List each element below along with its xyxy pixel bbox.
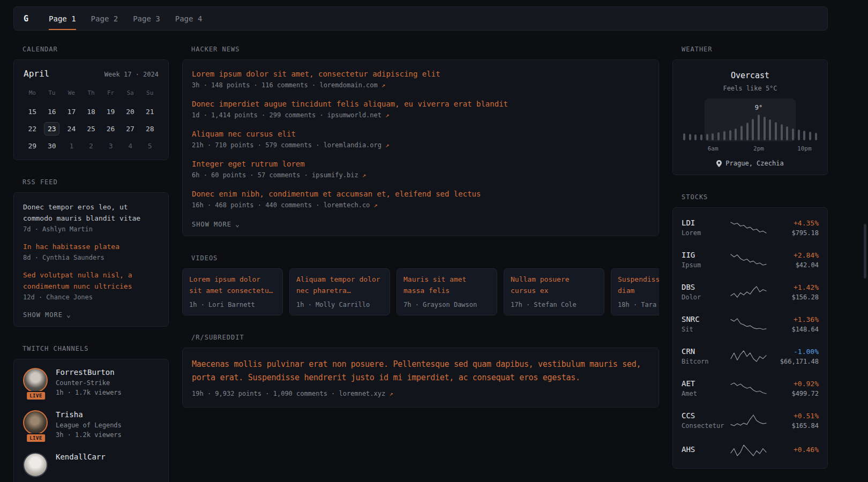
- rss-show-more-button[interactable]: SHOW MORE ⌄: [23, 311, 71, 319]
- weather: Overcast Feels like 5°C 9° 6am 2pm 10pm: [672, 59, 828, 175]
- external-link-icon: ↗: [389, 390, 393, 397]
- video-card: Nullam posuere cursus ex 17h · Stefan Co…: [504, 268, 604, 315]
- twitch-channel-row[interactable]: LIVE ForrestBurton Counter-Strike 1h · 1…: [23, 368, 159, 396]
- stock-row[interactable]: AET Amet +0.92% $499.72: [682, 372, 819, 404]
- stock-name: Amet: [682, 390, 729, 397]
- reddit-post-title[interactable]: Maecenas mollis pulvinar erat non posuer…: [192, 358, 649, 385]
- hn-item-title[interactable]: Donec enim nibh, condimentum et accumsan…: [192, 189, 649, 200]
- stock-row[interactable]: IIG Ipsum +2.84% $42.04: [682, 244, 819, 276]
- hn-item-title[interactable]: Aliquam nec cursus elit: [192, 129, 649, 140]
- show-more-label: SHOW MORE: [192, 221, 231, 228]
- external-link-icon: ↗: [385, 111, 389, 119]
- calendar-day: 5: [140, 137, 160, 154]
- stock-row[interactable]: CRN Bitcorn -1.00% $66,171.48: [682, 340, 819, 372]
- stock-price: $795.18: [768, 229, 819, 237]
- video-title[interactable]: Nullam posuere cursus ex: [511, 274, 597, 297]
- stock-ticker: AHS: [682, 445, 729, 454]
- show-more-label: SHOW MORE: [23, 311, 63, 319]
- stock-row[interactable]: AHS +0.46%: [682, 436, 819, 464]
- stocks-section-title: STOCKS: [682, 193, 828, 201]
- channel-meta: 3h · 1.2k viewers: [56, 431, 122, 439]
- hn-item-title[interactable]: Donec imperdiet augue tincidunt felis al…: [192, 99, 649, 110]
- weather-bar: [764, 117, 766, 140]
- twitch-widget: TWITCH CHANNELS LIVE ForrestBurton Count…: [13, 345, 169, 482]
- stock-row[interactable]: DBS Dolor +1.42% $156.28: [682, 276, 819, 308]
- video-title[interactable]: Suspendisse diam: [618, 274, 659, 297]
- stock-name: Consectetur: [682, 422, 729, 430]
- weather-condition: Overcast: [682, 71, 819, 80]
- weather-bar: [798, 130, 800, 140]
- tab-page-1[interactable]: Page 1: [49, 7, 76, 30]
- calendar-day: 15: [23, 103, 42, 120]
- twitch-channels: LIVE ForrestBurton Counter-Strike 1h · 1…: [13, 359, 169, 482]
- stock-row[interactable]: LDI Lorem +4.35% $795.18: [682, 212, 819, 244]
- hn-show-more-button[interactable]: SHOW MORE ⌄: [192, 221, 240, 228]
- weather-bar: [803, 131, 805, 140]
- weather-bar: [723, 131, 725, 140]
- rss-item-title[interactable]: In hac habitasse platea: [23, 241, 159, 252]
- video-meta: 17h · Stefan Cole: [511, 301, 597, 308]
- live-badge: LIVE: [26, 433, 46, 443]
- reddit-post-meta: 19h · 9,932 points · 1,090 comments · lo…: [192, 390, 649, 397]
- calendar-day: 26: [101, 120, 121, 137]
- avatar: [23, 368, 48, 393]
- hn-meta-text: 6h · 60 points · 57 comments · ipsumify.…: [192, 171, 358, 179]
- weather-bar: [792, 129, 794, 140]
- weather-time-axis: 6am 2pm 10pm: [682, 145, 819, 153]
- scrollbar[interactable]: [864, 224, 866, 278]
- stock-row[interactable]: CCS Consectetur +0.51% $165.84: [682, 404, 819, 436]
- hackernews-list: Lorem ipsum dolor sit amet, consectetur …: [182, 59, 659, 236]
- video-title[interactable]: Aliquam tempor dolor nec pharetra…: [296, 274, 383, 297]
- stock-sparkline: [729, 413, 768, 427]
- hn-item-title[interactable]: Integer eget rutrum lorem: [192, 159, 649, 170]
- tab-page-4[interactable]: Page 4: [175, 7, 203, 30]
- weather-bar: [700, 134, 702, 140]
- rss-item-meta: 8d · Cynthia Saunders: [23, 254, 159, 261]
- channel-name: Trisha: [56, 410, 122, 419]
- stock-name: Ipsum: [682, 261, 729, 269]
- stock-sparkline: [729, 349, 768, 363]
- chevron-down-icon: ⌄: [235, 222, 240, 227]
- stock-change: -1.00%: [768, 348, 819, 356]
- tab-page-3[interactable]: Page 3: [133, 7, 160, 30]
- twitch-channel-row[interactable]: LIVE Trisha League of Legends 3h · 1.2k …: [23, 410, 159, 439]
- stock-ticker: CRN: [682, 347, 729, 356]
- hn-item-title[interactable]: Lorem ipsum dolor sit amet, consectetur …: [192, 69, 649, 80]
- calendar-day-today: 23: [44, 122, 59, 135]
- stock-change: +2.84%: [768, 251, 819, 259]
- stock-row[interactable]: SNRC Sit +1.36% $148.64: [682, 308, 819, 340]
- weather-bar: [758, 115, 760, 140]
- calendar-day: 18: [81, 103, 101, 120]
- video-meta: 1h · Molly Carrillo: [296, 301, 383, 308]
- stock-price: $42.04: [768, 261, 819, 269]
- rss-feed: Donec tempor eros leo, ut commodo mauris…: [13, 192, 169, 327]
- rss-item-title[interactable]: Donec tempor eros leo, ut commodo mauris…: [23, 201, 159, 224]
- calendar-day: 1: [62, 137, 81, 154]
- stock-name: Dolor: [682, 293, 729, 301]
- hn-meta-text: 3h · 148 points · 116 comments · loremdo…: [192, 81, 378, 89]
- video-title[interactable]: Lorem ipsum dolor sit amet consectetu…: [189, 274, 276, 297]
- stock-ticker: DBS: [682, 283, 729, 291]
- app-logo[interactable]: G: [24, 7, 28, 30]
- weather-location: Prague, Czechia: [682, 160, 819, 167]
- weather-bar: [735, 129, 737, 140]
- videos-widget: VIDEOS Lorem ipsum dolor sit amet consec…: [182, 254, 659, 315]
- stock-name: Sit: [682, 326, 729, 333]
- weather-bar: [694, 134, 697, 140]
- calendar-day: 29: [23, 137, 42, 154]
- hn-item: Integer eget rutrum lorem 6h · 60 points…: [192, 159, 649, 179]
- topbar: G Page 1 Page 2 Page 3 Page 4: [13, 6, 828, 31]
- rss-item: Sed volutpat nulla nisl, a condimentum n…: [23, 269, 159, 301]
- twitch-channel-row[interactable]: KendallCarr: [23, 453, 159, 477]
- rss-item-meta: 12d · Chance Jones: [23, 293, 159, 301]
- calendar-grid: Mo Tu We Th Fr Sa Su 15 16 17 18 19 20 2…: [23, 85, 160, 154]
- calendar-day: 2: [81, 137, 101, 154]
- hn-meta-text: 16h · 468 points · 440 comments · loremt…: [192, 201, 370, 209]
- weather-bar: [689, 134, 691, 140]
- video-meta: 1h · Lori Barnett: [189, 301, 276, 308]
- rss-item-title[interactable]: Sed volutpat nulla nisl, a condimentum n…: [23, 269, 159, 292]
- video-title[interactable]: Mauris sit amet massa felis: [403, 274, 490, 297]
- calendar-day: 21: [140, 103, 160, 120]
- hn-item-meta: 16h · 468 points · 440 comments · loremt…: [192, 201, 649, 209]
- tab-page-2[interactable]: Page 2: [91, 7, 118, 30]
